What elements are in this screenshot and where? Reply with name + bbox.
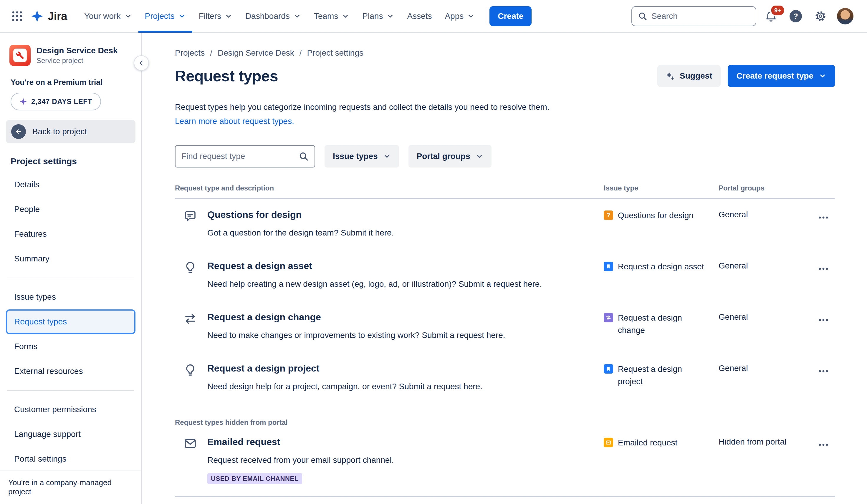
sidebar-item-external-resources[interactable]: External resources: [6, 359, 136, 384]
arrow-left-icon: [11, 124, 26, 139]
more-icon: [817, 263, 829, 275]
nav-apps[interactable]: Apps: [438, 0, 481, 33]
issue-type-label: Questions for design: [618, 209, 694, 222]
sidebar-item-forms[interactable]: Forms: [6, 334, 136, 359]
nav-assets[interactable]: Assets: [400, 0, 438, 33]
row-actions-button[interactable]: [814, 362, 833, 380]
row-actions-button[interactable]: [814, 436, 833, 454]
app-switcher-button[interactable]: [7, 6, 27, 26]
title-actions: Suggest Create request type: [657, 65, 835, 87]
divider: [7, 390, 134, 391]
request-type-name[interactable]: Request a design project: [207, 362, 320, 374]
nav-dashboards[interactable]: Dashboards: [239, 0, 308, 33]
portal-groups-filter-button[interactable]: Portal groups: [408, 145, 492, 168]
column-header-request-type: Request type and description: [175, 184, 604, 192]
issue-type-change-icon: [604, 313, 613, 322]
jira-app: Jira Your work Projects Filters Dashboar…: [0, 0, 867, 504]
more-icon: [817, 439, 829, 451]
chevron-left-icon: [137, 59, 146, 67]
row-actions-button[interactable]: [814, 311, 833, 329]
jira-logo-text: Jira: [48, 10, 67, 23]
lightbulb-icon: [183, 363, 197, 377]
chevron-down-icon: [225, 12, 232, 20]
sidebar-collapse-button[interactable]: [134, 55, 149, 71]
request-type-name[interactable]: Questions for design: [207, 209, 302, 221]
breadcrumb-project-settings[interactable]: Project settings: [307, 48, 363, 58]
help-icon: ?: [790, 10, 802, 22]
create-request-type-button[interactable]: Create request type: [728, 65, 835, 87]
filter-bar: Issue types Portal groups: [175, 145, 835, 168]
issue-type-question-icon: ?: [604, 211, 613, 220]
breadcrumb-projects[interactable]: Projects: [175, 48, 205, 58]
nav-projects[interactable]: Projects: [138, 0, 192, 33]
column-header-portal-groups: Portal groups: [719, 184, 807, 192]
request-type-name[interactable]: Request a design asset: [207, 260, 312, 272]
issue-types-filter-button[interactable]: Issue types: [324, 145, 399, 168]
chevron-down-icon: [386, 12, 394, 20]
table-row: Request a design project Need design hel…: [175, 353, 835, 404]
notifications-button[interactable]: 9+: [761, 6, 781, 26]
trial-info: You're on a Premium trial 2,347 DAYS LEF…: [11, 78, 132, 110]
sidebar-item-customer-permissions[interactable]: Customer permissions: [6, 397, 136, 422]
create-button[interactable]: Create: [490, 6, 532, 26]
breadcrumb-project[interactable]: Design Service Desk: [218, 48, 294, 58]
project-settings-heading: Project settings: [11, 156, 132, 166]
chevron-down-icon: [178, 12, 186, 20]
request-type-name[interactable]: Emailed request: [207, 436, 280, 448]
back-to-project-button[interactable]: Back to project: [6, 120, 136, 143]
sidebar-item-features[interactable]: Features: [6, 222, 136, 246]
portal-group-value: General: [719, 209, 807, 219]
comment-icon: [183, 209, 197, 223]
breadcrumb-separator: /: [300, 48, 302, 58]
chevron-down-icon: [383, 152, 391, 160]
trial-days-button[interactable]: 2,347 DAYS LEFT: [11, 93, 101, 110]
grid-icon: [11, 10, 23, 22]
find-request-type-input[interactable]: [181, 152, 294, 161]
sparkle-icon: [19, 98, 27, 105]
jira-logo[interactable]: Jira: [27, 10, 73, 23]
sidebar-item-issue-types[interactable]: Issue types: [6, 285, 136, 309]
sidebar-item-people[interactable]: People: [6, 197, 136, 222]
row-actions-button[interactable]: [814, 209, 833, 226]
issue-type-label: Emailed request: [618, 437, 677, 449]
main-content: Projects / Design Service Desk / Project…: [142, 33, 867, 504]
project-type: Service project: [36, 56, 118, 65]
sidebar-footer: You're in a company-managed project: [0, 470, 141, 504]
breadcrumb-separator: /: [210, 48, 212, 58]
search-input[interactable]: [651, 11, 750, 21]
table-row: Questions for design Got a question for …: [175, 199, 835, 250]
issue-type-label: Request a design asset: [618, 260, 704, 273]
settings-button[interactable]: [811, 6, 831, 26]
help-button[interactable]: ?: [786, 6, 806, 26]
nav-plans[interactable]: Plans: [356, 0, 400, 33]
suggest-button[interactable]: Suggest: [657, 65, 720, 87]
portal-group-value: General: [719, 362, 807, 373]
nav-teams[interactable]: Teams: [308, 0, 356, 33]
notification-badge: 9+: [770, 4, 785, 16]
used-by-email-channel-badge: USED BY EMAIL CHANNEL: [207, 473, 302, 484]
profile-button[interactable]: [835, 6, 855, 26]
sidebar-item-summary[interactable]: Summary: [6, 246, 136, 271]
nav-filters[interactable]: Filters: [192, 0, 239, 33]
envelope-icon: [183, 437, 197, 451]
request-type-name[interactable]: Request a design change: [207, 311, 321, 323]
breadcrumb: Projects / Design Service Desk / Project…: [175, 48, 835, 58]
portal-group-value: Hidden from portal: [719, 436, 807, 447]
learn-more-link[interactable]: Learn more about request types.: [175, 117, 294, 126]
table-row: Request a design change Need to make cha…: [175, 302, 835, 353]
row-actions-button[interactable]: [814, 260, 833, 278]
project-settings-sidebar: Design Service Desk Service project You'…: [0, 33, 142, 504]
find-request-type[interactable]: [175, 145, 315, 168]
avatar: [837, 8, 854, 24]
sidebar-item-details[interactable]: Details: [6, 172, 136, 197]
more-icon: [817, 365, 829, 377]
divider: [7, 278, 134, 278]
sidebar-item-request-types[interactable]: Request types: [6, 309, 136, 334]
nav-your-work[interactable]: Your work: [78, 0, 138, 33]
issue-type-project-icon: [604, 364, 613, 374]
lightbulb-icon: [183, 260, 197, 275]
global-search[interactable]: [631, 6, 756, 26]
sidebar-item-portal-settings[interactable]: Portal settings: [6, 447, 136, 471]
sidebar-item-language-support[interactable]: Language support: [6, 422, 136, 447]
hidden-section-label: Request types hidden from portal: [175, 418, 835, 427]
